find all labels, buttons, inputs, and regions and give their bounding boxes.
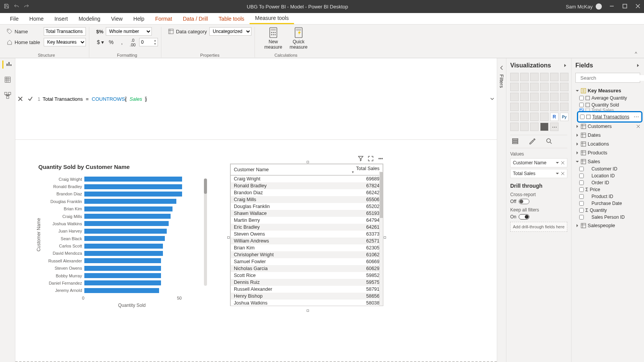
field-quantity-sold[interactable]: Quantity Sold xyxy=(579,102,640,108)
formula-text[interactable]: 1Total Transactions = COUNTROWS( Sales ) xyxy=(35,96,481,102)
report-view-icon[interactable] xyxy=(2,61,13,69)
bar-row[interactable]: Sean Black xyxy=(43,235,199,242)
formula-bar[interactable]: 1Total Transactions = COUNTROWS( Sales ) xyxy=(15,58,497,140)
redo-icon[interactable] xyxy=(24,3,29,10)
qa-icon[interactable] xyxy=(530,123,539,131)
table-row[interactable]: Joshua Watkins58038 xyxy=(231,300,383,306)
100-bar-icon[interactable] xyxy=(550,73,559,81)
table-row[interactable]: Samuel Fowler60669 xyxy=(231,258,383,265)
bar-row[interactable]: Russell Alexander xyxy=(43,257,199,264)
measure-name-input[interactable] xyxy=(44,27,86,36)
expand-filters-icon[interactable] xyxy=(499,65,504,70)
tab-table-tools[interactable]: Table tools xyxy=(213,13,250,24)
kpi-icon[interactable] xyxy=(510,113,519,121)
bar-row[interactable]: David Mendoza xyxy=(43,250,199,257)
remove-icon[interactable] xyxy=(636,124,640,128)
keep-filters-toggle[interactable]: On xyxy=(510,214,567,219)
field-order-id[interactable]: Order ID xyxy=(579,179,640,186)
bar-row[interactable]: Joshua Watkins xyxy=(43,220,199,227)
table-icon[interactable] xyxy=(530,113,539,121)
filled-map-icon[interactable] xyxy=(520,103,529,111)
analytics-tab-icon[interactable] xyxy=(545,138,552,146)
new-measure-button[interactable]: New measure xyxy=(262,27,285,50)
table-header-locations[interactable]: Locations xyxy=(575,140,640,148)
r-visual-icon[interactable]: R xyxy=(550,113,559,121)
tab-modeling[interactable]: Modeling xyxy=(73,13,106,24)
bar-row[interactable]: Daniel Fernandez xyxy=(43,280,199,287)
slicer-icon[interactable] xyxy=(520,113,529,121)
minimize-icon[interactable] xyxy=(610,4,614,10)
table-header-salespeople[interactable]: Salespeople xyxy=(575,221,640,229)
waterfall-icon[interactable] xyxy=(510,93,519,101)
table-header-sales[interactable]: Sales xyxy=(575,157,640,165)
field-more-icon[interactable]: ⋯ xyxy=(634,114,639,120)
col-customer-name[interactable]: Customer Name xyxy=(231,164,323,175)
python-visual-icon[interactable]: Py xyxy=(560,113,568,121)
tab-data-drill[interactable]: Data / Drill xyxy=(177,13,213,24)
line-column-icon[interactable] xyxy=(540,83,549,91)
stacked-column-icon[interactable] xyxy=(520,73,529,81)
tab-insert[interactable]: Insert xyxy=(49,13,73,24)
field-total-transactions[interactable]: Total Transactions⋯ xyxy=(579,112,640,121)
bar-row[interactable]: Brian Kim xyxy=(43,205,199,212)
clustered-column-icon[interactable] xyxy=(540,73,549,81)
cross-report-toggle[interactable]: Off xyxy=(510,199,567,204)
bar-row[interactable]: Steven Owens xyxy=(43,265,199,272)
user-menu[interactable]: Sam McKay xyxy=(566,3,602,10)
fields-tab-icon[interactable] xyxy=(512,138,519,146)
matrix-icon[interactable] xyxy=(540,113,549,121)
bar-row[interactable]: Ronald Bradley xyxy=(43,183,199,190)
table-row[interactable]: Eric Bradley64261 xyxy=(231,224,383,231)
area-icon[interactable] xyxy=(520,83,529,91)
table-scrollbar[interactable] xyxy=(379,172,383,306)
field-purchase-date[interactable]: Purchase Date xyxy=(579,200,640,207)
decimal-icon[interactable]: .0.00 xyxy=(128,38,137,46)
tab-home[interactable]: Home xyxy=(24,13,49,24)
tab-file[interactable]: File xyxy=(5,13,24,24)
data-category-select[interactable]: Uncategorized xyxy=(209,27,251,36)
line-clustered-icon[interactable] xyxy=(550,83,559,91)
bar-chart-visual[interactable]: Quantity Sold by Customer Name Customer … xyxy=(36,164,201,305)
clustered-bar-icon[interactable] xyxy=(530,73,539,81)
bar-row[interactable]: Craig Wright xyxy=(43,176,199,183)
col-total-sales[interactable]: Total Sales▼ xyxy=(323,164,383,175)
bar-row[interactable]: Bobby Murray xyxy=(43,272,199,279)
report-canvas[interactable]: Quantity Sold by Customer Name Customer … xyxy=(15,140,497,362)
bar-row[interactable]: Carlos Scott xyxy=(43,242,199,249)
tab-help[interactable]: Help xyxy=(128,13,150,24)
field-total-sales[interactable]: Total Sales xyxy=(579,108,640,112)
table-header-customers[interactable]: Customers xyxy=(575,122,640,130)
format-select[interactable]: Whole number xyxy=(106,27,152,36)
tab-format[interactable]: Format xyxy=(150,13,177,24)
stacked-bar-icon[interactable] xyxy=(510,73,519,81)
table-row[interactable]: Scott Rice59852 xyxy=(231,272,383,279)
decomposition-icon[interactable] xyxy=(520,123,529,131)
table-row[interactable]: Henry Bishop58656 xyxy=(231,293,383,300)
field-customer-id[interactable]: Customer ID xyxy=(579,165,640,172)
tab-measure-tools[interactable]: Measure tools xyxy=(250,13,294,24)
bar-row[interactable]: Douglas Franklin xyxy=(43,198,199,205)
save-icon[interactable] xyxy=(4,3,9,10)
drill-through-drop[interactable]: Add drill-through fields here xyxy=(510,222,567,232)
pie-icon[interactable] xyxy=(540,93,549,101)
formula-expand-icon[interactable] xyxy=(481,97,497,101)
model-view-icon[interactable] xyxy=(4,92,11,100)
table-row[interactable]: Russell Alexander58791 xyxy=(231,286,383,293)
table-row[interactable]: Nicholas Garcia60629 xyxy=(231,265,383,272)
bar-row[interactable]: Juan Harvey xyxy=(43,228,199,234)
table-visual[interactable]: Customer Name Total Sales▼ Craig Wright6… xyxy=(230,164,383,309)
table-row[interactable]: Craig Mills65506 xyxy=(231,196,383,203)
ribbon-icon[interactable] xyxy=(560,83,568,91)
field-price[interactable]: ΣPrice xyxy=(579,186,640,193)
currency-button[interactable]: $ ▾ xyxy=(96,38,105,46)
map-icon[interactable] xyxy=(510,103,519,111)
percent-button[interactable]: % xyxy=(107,38,115,46)
field-product-id[interactable]: Product ID xyxy=(579,193,640,200)
100-column-icon[interactable] xyxy=(560,73,568,81)
fields-search[interactable] xyxy=(575,73,640,83)
key-influencers-icon[interactable] xyxy=(510,123,519,131)
table-row[interactable]: Shawn Wallace65193 xyxy=(231,210,383,217)
field-average-quantity[interactable]: Average Quantity xyxy=(579,95,640,102)
table-row[interactable]: Ronald Bradley67824 xyxy=(231,182,383,189)
more-options-icon[interactable] xyxy=(378,156,383,162)
